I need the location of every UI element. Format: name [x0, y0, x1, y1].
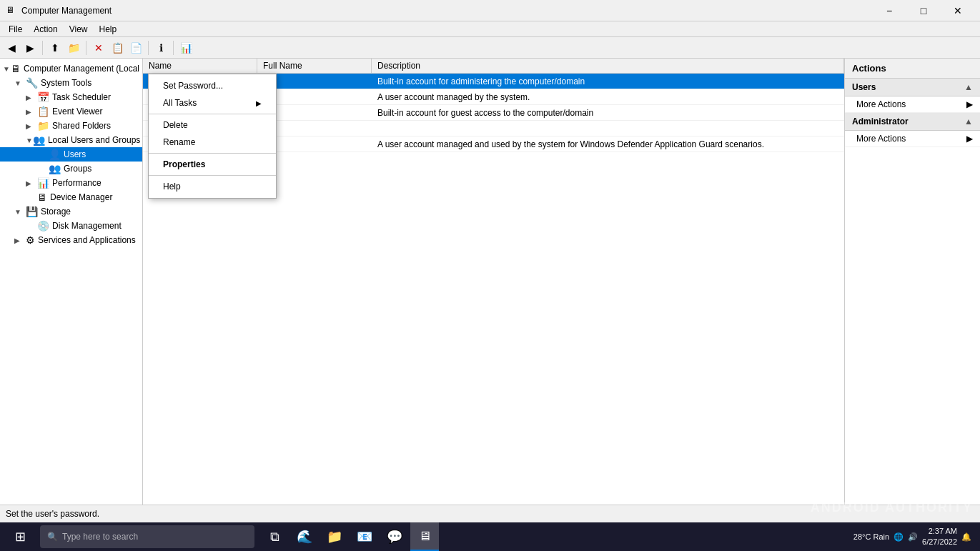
- menu-file[interactable]: File: [3, 23, 28, 36]
- taskbar-task-view[interactable]: ⧉: [260, 522, 289, 551]
- taskbar-network-icon: 🌐: [894, 532, 904, 542]
- tree-item-shared-folders[interactable]: ▶ 📁 Shared Folders: [0, 119, 142, 133]
- performance-icon: 📊: [37, 177, 49, 189]
- tree-toggle-local-users[interactable]: ▼: [26, 136, 33, 144]
- toolbar-back[interactable]: ◀: [3, 39, 20, 56]
- context-menu: Set Password... All Tasks ▶ Delete Renam…: [148, 74, 277, 199]
- tree-toggle-event[interactable]: ▶: [26, 108, 37, 116]
- user-desc-guest: Built-in account for guest access to the…: [372, 106, 844, 120]
- tree-label-users: Users: [64, 149, 86, 159]
- tree-label-task-scheduler: Task Scheduler: [52, 92, 111, 102]
- tree-item-storage[interactable]: ▼ 💾 Storage: [0, 204, 142, 219]
- toolbar-forward[interactable]: ▶: [21, 39, 39, 56]
- tree-item-event-viewer[interactable]: ▶ 📋 Event Viewer: [0, 104, 142, 119]
- actions-item-more-users[interactable]: More Actions ▶: [845, 96, 980, 113]
- notification-icon[interactable]: 🔔: [961, 532, 971, 542]
- tree-item-users[interactable]: 👤 Users: [0, 147, 142, 162]
- toolbar-folder[interactable]: 📁: [65, 39, 82, 56]
- tree-item-disk-mgmt[interactable]: 💿 Disk Management: [0, 219, 142, 233]
- tree-item-computer-mgmt[interactable]: ▼ 🖥 Computer Management (Local: [0, 61, 142, 76]
- tree-toggle-services[interactable]: ▶: [14, 237, 26, 244]
- ctx-separator-3: [149, 175, 276, 176]
- date-display: 6/27/2022: [922, 537, 957, 547]
- tree-item-system-tools[interactable]: ▼ 🔧 System Tools: [0, 76, 142, 90]
- more-actions-admin-arrow: ▶: [966, 134, 973, 144]
- tree-label-computer-mgmt: Computer Management (Local: [24, 64, 139, 74]
- toolbar-sep1: [42, 41, 43, 55]
- status-bar: Set the user's password.: [0, 505, 980, 522]
- actions-section-users-label: Users: [852, 82, 876, 92]
- title-bar-controls: − □ ✕: [873, 0, 974, 21]
- title-bar: 🖥 Computer Management − □ ✕: [0, 0, 980, 21]
- toolbar-sep2: [86, 41, 86, 55]
- tree-label-disk-mgmt: Disk Management: [52, 221, 122, 231]
- status-text: Set the user's password.: [6, 509, 99, 519]
- ctx-properties[interactable]: Properties: [149, 156, 276, 173]
- actions-item-more-admin[interactable]: More Actions ▶: [845, 131, 980, 147]
- disk-mgmt-icon: 💿: [37, 220, 49, 232]
- main-container: ▼ 🖥 Computer Management (Local ▼ 🔧 Syste…: [0, 59, 980, 505]
- storage-icon: 💾: [26, 206, 38, 217]
- tree-toggle-perf[interactable]: ▶: [26, 179, 37, 187]
- tree-toggle-shared[interactable]: ▶: [26, 122, 37, 130]
- maximize-button[interactable]: □: [907, 0, 940, 21]
- actions-section-users[interactable]: Users ▲: [845, 79, 980, 96]
- menu-action[interactable]: Action: [28, 23, 63, 36]
- actions-section-administrator[interactable]: Administrator ▲: [845, 113, 980, 131]
- ctx-all-tasks[interactable]: All Tasks ▶: [149, 94, 276, 111]
- taskbar-explorer[interactable]: 📁: [320, 522, 349, 551]
- tree-toggle-task[interactable]: ▶: [26, 94, 37, 101]
- toolbar-help[interactable]: ℹ: [152, 39, 169, 56]
- ctx-separator-2: [149, 153, 276, 154]
- tree-item-services-apps[interactable]: ▶ ⚙ Services and Applications: [0, 233, 142, 247]
- toolbar-sep3: [148, 41, 149, 55]
- ctx-rename[interactable]: Rename: [149, 134, 276, 151]
- taskbar: ⊞ 🔍 ⧉ 🌊 📁 📧 💬 🖥 28°C Rain 🌐 🔊 2:37 AM 6/…: [0, 522, 980, 551]
- time-display: 2:37 AM: [922, 526, 957, 537]
- taskbar-computer-mgmt[interactable]: 🖥: [410, 522, 439, 551]
- tree-toggle[interactable]: ▼: [14, 79, 26, 87]
- toolbar-copy[interactable]: 📄: [127, 39, 144, 56]
- toolbar-up[interactable]: ⬆: [46, 39, 64, 56]
- tree-label-services-apps: Services and Applications: [38, 235, 136, 245]
- tree-item-local-users[interactable]: ▼ 👥 Local Users and Groups: [0, 133, 142, 147]
- search-input[interactable]: [62, 532, 219, 542]
- tree-toggle-storage[interactable]: ▼: [14, 208, 26, 216]
- user-desc-wdag: A user account managed and used by the s…: [372, 137, 844, 152]
- ctx-help[interactable]: Help: [149, 178, 276, 195]
- tree-toggle[interactable]: ▼: [3, 65, 11, 73]
- close-button[interactable]: ✕: [941, 0, 974, 21]
- tree-item-performance[interactable]: ▶ 📊 Performance: [0, 176, 142, 190]
- tree-item-groups[interactable]: 👥 Groups: [0, 162, 142, 176]
- taskbar-mail[interactable]: 📧: [350, 522, 379, 551]
- actions-section-admin-label: Administrator: [852, 116, 909, 126]
- more-actions-users-label: More Actions: [856, 99, 906, 109]
- taskbar-edge[interactable]: 🌊: [290, 522, 319, 551]
- user-desc-defaultaccount: A user account managed by the system.: [372, 90, 844, 104]
- local-users-icon: 👥: [33, 134, 45, 146]
- tree-item-device-manager[interactable]: 🖥 Device Manager: [0, 190, 142, 204]
- toolbar-properties[interactable]: 📋: [109, 39, 126, 56]
- tree-label-performance: Performance: [52, 178, 102, 188]
- title-bar-text: Computer Management: [21, 6, 873, 16]
- ctx-delete-label: Delete: [163, 120, 188, 130]
- minimize-button[interactable]: −: [873, 0, 906, 21]
- task-scheduler-icon: 📅: [37, 91, 49, 103]
- toolbar-view[interactable]: 📊: [177, 39, 194, 56]
- menu-help[interactable]: Help: [94, 23, 123, 36]
- taskbar-teams[interactable]: 💬: [380, 522, 409, 551]
- app-icon: 🖥: [6, 5, 17, 16]
- toolbar-delete[interactable]: ✕: [90, 39, 107, 56]
- taskbar-weather: 28°C Rain: [853, 532, 889, 541]
- col-header-desc[interactable]: Description: [372, 59, 844, 73]
- menu-view[interactable]: View: [64, 23, 94, 36]
- taskbar-search-box[interactable]: 🔍: [40, 525, 254, 548]
- col-header-fullname[interactable]: Full Name: [257, 59, 372, 73]
- ctx-delete[interactable]: Delete: [149, 116, 276, 134]
- tree-item-task-scheduler[interactable]: ▶ 📅 Task Scheduler: [0, 90, 142, 104]
- ctx-set-password[interactable]: Set Password...: [149, 77, 276, 94]
- start-button[interactable]: ⊞: [3, 522, 37, 551]
- col-header-name[interactable]: Name: [143, 59, 257, 73]
- taskbar-time[interactable]: 2:37 AM 6/27/2022: [922, 526, 957, 548]
- ctx-help-label: Help: [163, 182, 181, 192]
